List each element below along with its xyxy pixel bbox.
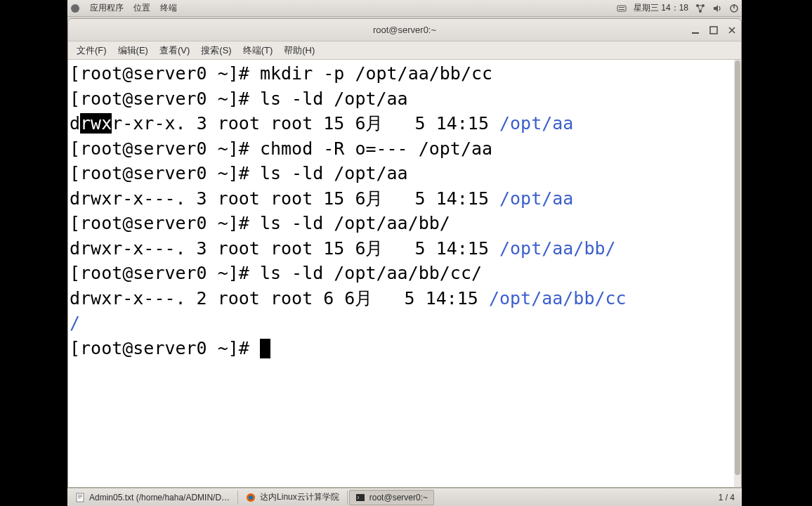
terminal-line: drwxr-x---. 2 root root 6 6月 5 14:15 /op… bbox=[70, 286, 741, 311]
terminal-launcher[interactable]: 终端 bbox=[160, 2, 177, 14]
taskbar-item-terminal[interactable]: root@server0:~ bbox=[349, 490, 434, 505]
taskbar-divider bbox=[237, 491, 238, 505]
terminal-cursor bbox=[260, 339, 270, 358]
menubar: 文件(F) 编辑(E) 查看(V) 搜索(S) 终端(T) 帮助(H) bbox=[68, 41, 741, 60]
terminal-line: [root@server0 ~]# ls -ld /opt/aa bbox=[70, 161, 741, 186]
menu-search[interactable]: 搜索(S) bbox=[197, 43, 235, 58]
window-titlebar[interactable]: root@server0:~ bbox=[68, 19, 741, 41]
volume-icon[interactable] bbox=[712, 4, 722, 13]
svg-rect-3 bbox=[619, 9, 624, 10]
svg-rect-13 bbox=[78, 496, 82, 497]
applications-menu[interactable]: 应用程序 bbox=[90, 2, 124, 14]
terminal-line: drwxr-xr-x. 3 root root 15 6月 5 14:15 /o… bbox=[70, 111, 741, 136]
bottom-taskbar: Admin05.txt (/home/haha/ADMIN/D… 达内Linux… bbox=[67, 488, 742, 506]
scrollbar[interactable] bbox=[734, 60, 741, 487]
scrollbar-thumb[interactable] bbox=[735, 60, 740, 475]
menu-terminal[interactable]: 终端(T) bbox=[239, 43, 277, 58]
top-panel: 应用程序 位置 终端 星期三 14：18 bbox=[67, 0, 742, 17]
svg-rect-17 bbox=[356, 494, 365, 501]
clock[interactable]: 星期三 14：18 bbox=[634, 2, 688, 14]
terminal-line: [root@server0 ~]# ls -ld /opt/aa bbox=[70, 86, 741, 112]
gnome-foot-icon bbox=[70, 4, 80, 13]
taskbar-item-editor[interactable]: Admin05.txt (/home/haha/ADMIN/D… bbox=[69, 490, 236, 505]
text-editor-icon bbox=[75, 493, 85, 502]
svg-rect-2 bbox=[619, 7, 624, 8]
svg-rect-1 bbox=[617, 6, 626, 11]
svg-rect-10 bbox=[710, 27, 717, 34]
places-menu[interactable]: 位置 bbox=[133, 2, 150, 14]
menu-view[interactable]: 查看(V) bbox=[155, 43, 194, 58]
taskbar-item-label: 达内Linux云计算学院 bbox=[260, 491, 339, 503]
svg-rect-12 bbox=[78, 495, 82, 495]
terminal-line: [root@server0 ~]# bbox=[70, 336, 741, 361]
terminal-viewport[interactable]: [root@server0 ~]# mkdir -p /opt/aa/bb/cc… bbox=[68, 60, 741, 487]
firefox-icon bbox=[246, 493, 256, 502]
network-icon[interactable] bbox=[695, 4, 705, 13]
minimize-button[interactable] bbox=[690, 25, 700, 35]
terminal-window: root@server0:~ 文件(F) 编辑(E) 查看(V) 搜索(S) 终… bbox=[67, 18, 742, 488]
svg-rect-9 bbox=[692, 32, 699, 34]
terminal-line: [root@server0 ~]# ls -ld /opt/aa/bb/cc/ bbox=[70, 261, 741, 286]
workspace-indicator[interactable]: 1 / 4 bbox=[712, 493, 742, 502]
svg-rect-14 bbox=[78, 498, 81, 498]
close-button[interactable] bbox=[727, 25, 737, 35]
terminal-line: drwxr-x---. 3 root root 15 6月 5 14:15 /o… bbox=[70, 186, 741, 212]
terminal-line: [root@server0 ~]# ls -ld /opt/aa/bb/ bbox=[70, 211, 741, 236]
taskbar-item-label: root@server0:~ bbox=[369, 493, 428, 502]
terminal-line: / bbox=[70, 311, 741, 336]
terminal-line: [root@server0 ~]# mkdir -p /opt/aa/bb/cc bbox=[70, 61, 741, 86]
menu-help[interactable]: 帮助(H) bbox=[280, 43, 319, 58]
svg-point-0 bbox=[71, 4, 79, 13]
terminal-icon bbox=[355, 493, 365, 502]
keyboard-icon[interactable] bbox=[617, 4, 627, 13]
taskbar-item-browser[interactable]: 达内Linux云计算学院 bbox=[240, 490, 346, 505]
terminal-line: drwxr-x---. 3 root root 15 6月 5 14:15 /o… bbox=[70, 236, 741, 261]
power-icon[interactable] bbox=[729, 4, 739, 13]
terminal-line: [root@server0 ~]# chmod -R o=--- /opt/aa bbox=[70, 136, 741, 162]
menu-file[interactable]: 文件(F) bbox=[72, 43, 111, 58]
maximize-button[interactable] bbox=[709, 25, 719, 35]
menu-edit[interactable]: 编辑(E) bbox=[114, 43, 152, 58]
taskbar-divider bbox=[347, 491, 348, 505]
window-title: root@server0:~ bbox=[373, 25, 436, 35]
svg-rect-8 bbox=[733, 4, 735, 8]
svg-point-16 bbox=[249, 495, 253, 500]
taskbar-item-label: Admin05.txt (/home/haha/ADMIN/D… bbox=[89, 493, 230, 502]
